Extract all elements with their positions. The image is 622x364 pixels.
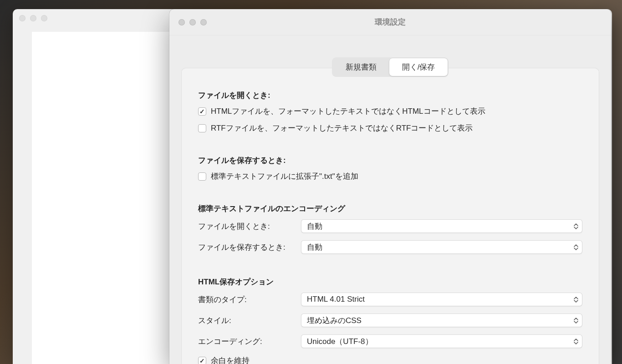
titlebar: 環境設定 (169, 9, 611, 35)
close-button[interactable] (178, 19, 185, 25)
select-doc-type-value: HTML 4.01 Strict (307, 295, 365, 304)
label-preserve-whitespace: 余白を維持 (211, 355, 250, 364)
tab-bar: 新規書類 開く/保存 (169, 57, 611, 77)
minimize-button[interactable] (189, 19, 196, 25)
preferences-panel: ファイルを開くとき: HTMLファイルを、フォーマットしたテキストではなくHTM… (181, 68, 599, 364)
label-html-as-code: HTMLファイルを、フォーマットしたテキストではなくHTMLコードとして表示 (211, 106, 485, 116)
select-save-encoding[interactable]: 自動 (301, 240, 582, 254)
chevron-updown-icon (574, 244, 578, 250)
chevron-updown-icon (574, 223, 578, 229)
tab-new-document[interactable]: 新規書類 (333, 58, 389, 76)
checkbox-preserve-whitespace[interactable] (198, 357, 206, 364)
select-html-encoding-value: Unicode（UTF-8） (307, 336, 373, 347)
zoom-button[interactable] (200, 19, 207, 25)
chevron-updown-icon (574, 297, 578, 303)
select-open-encoding-value: 自動 (307, 221, 322, 232)
label-style: スタイル: (198, 315, 301, 326)
select-doc-type[interactable]: HTML 4.01 Strict (301, 293, 582, 306)
select-save-encoding-value: 自動 (307, 242, 322, 253)
label-open-encoding: ファイルを開くとき: (198, 221, 301, 232)
chevron-updown-icon (574, 339, 578, 344)
chevron-updown-icon (574, 318, 578, 324)
section-encoding-title: 標準テキストファイルのエンコーディング (198, 203, 582, 214)
bg-minimize-button[interactable] (30, 15, 36, 21)
section-open-title: ファイルを開くとき: (198, 90, 582, 101)
label-save-encoding: ファイルを保存するとき: (198, 242, 301, 253)
select-open-encoding[interactable]: 自動 (301, 219, 582, 233)
select-style[interactable]: 埋め込みのCSS (301, 313, 582, 327)
checkbox-add-txt-extension[interactable] (198, 172, 206, 181)
label-add-txt-extension: 標準テキストファイルに拡張子".txt"を追加 (211, 171, 358, 182)
window-title: 環境設定 (375, 17, 406, 27)
bg-zoom-button[interactable] (41, 15, 47, 21)
label-html-encoding: エンコーディング: (198, 336, 301, 347)
section-html-options-title: HTML保存オプション (198, 277, 582, 287)
preferences-window: 環境設定 新規書類 開く/保存 ファイルを開くとき: HTMLファイルを、フォー… (169, 9, 611, 364)
select-style-value: 埋め込みのCSS (307, 315, 362, 326)
section-save-title: ファイルを保存するとき: (198, 155, 582, 166)
checkbox-rtf-as-code[interactable] (198, 124, 206, 132)
tab-open-save[interactable]: 開く/保存 (389, 58, 448, 76)
select-html-encoding[interactable]: Unicode（UTF-8） (301, 334, 582, 348)
checkbox-html-as-code[interactable] (198, 107, 206, 116)
label-doc-type: 書類のタイプ: (198, 294, 301, 305)
label-rtf-as-code: RTFファイルを、フォーマットしたテキストではなくRTFコードとして表示 (211, 123, 473, 133)
bg-close-button[interactable] (19, 15, 25, 21)
